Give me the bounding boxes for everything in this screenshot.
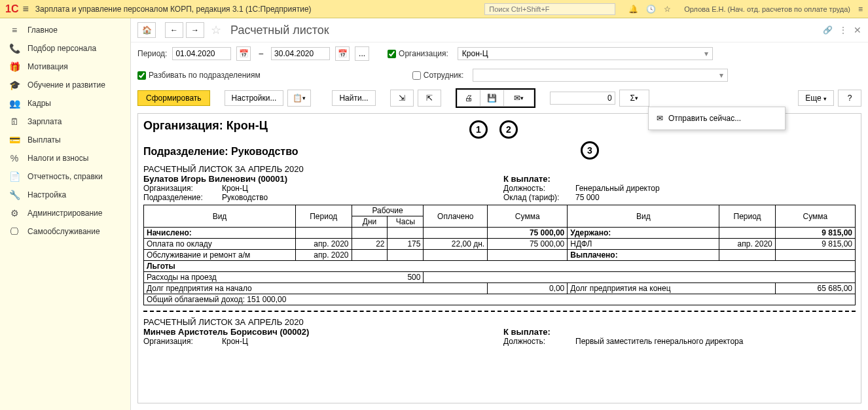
l-sal: Оклад (тариф): (503, 193, 575, 202)
report-area: 1 2 3 Организация: Крон-Ц Подразделение:… (137, 113, 861, 403)
toolbar: Сформировать Настройки... 📋▾ Найти... ⇲ … (131, 86, 868, 111)
employee-select[interactable]: ▾ (473, 69, 728, 82)
filters-row-2: Разбивать по подразделениям Сотрудник: ▾ (131, 65, 868, 86)
travel-label: Расходы на проезд (144, 272, 296, 283)
kebab-icon[interactable]: ⋮ (839, 26, 847, 35)
separator (143, 311, 856, 312)
l-org2: Организация: (143, 337, 222, 346)
th-period2: Период (719, 205, 775, 228)
sidebar-item-main[interactable]: ≡Главное (0, 21, 130, 39)
r1-vid: Оплата по окладу (144, 239, 296, 250)
slip2-title: РАСЧЕТНЫЙ ЛИСТОК ЗА АПРЕЛЬ 2020 (143, 317, 856, 327)
wallet-icon: 💳 (8, 135, 21, 145)
collapse-button[interactable]: ⇱ (418, 90, 441, 107)
date-from-input[interactable] (172, 47, 231, 60)
sidebar-item-education[interactable]: 🎓Обучение и развитие (0, 76, 130, 94)
paid-out-label: Выплачено: (568, 250, 719, 261)
send-now-item[interactable]: ✉ Отправить сейчас... (649, 110, 785, 127)
org-select[interactable]: Крон-Ц ▾ (458, 47, 713, 60)
find-button[interactable]: Найти... (332, 90, 375, 106)
sidebar-item-selfservice[interactable]: 🖵Самообслуживание (0, 222, 130, 241)
send-now-label: Отправить сейчас... (668, 114, 741, 123)
r2-period: апр. 2020 (296, 250, 352, 261)
withheld-label: Удержано: (568, 228, 719, 239)
link-icon[interactable]: 🔗 (823, 26, 833, 35)
annotation-1: 1 (469, 120, 488, 139)
sidebar-item-taxes[interactable]: %Налоги и взносы (0, 149, 130, 167)
sidebar-item-recruit[interactable]: 📞Подбор персонала (0, 39, 130, 58)
email-button[interactable]: ✉ ▾ (504, 90, 534, 107)
v-org: Крон-Ц (222, 184, 248, 193)
v-dept: Руководство (222, 193, 268, 202)
sidebar-item-payments[interactable]: 💳Выплаты (0, 131, 130, 149)
ndfl-sum: 9 815,00 (775, 239, 855, 250)
v-sal: 75 000 (575, 193, 600, 202)
sidebar-item-hr[interactable]: 👥Кадры (0, 94, 130, 112)
save-button[interactable]: 💾 (480, 90, 504, 107)
slip1-name: Булатов Игорь Виленович (00001) (143, 174, 503, 184)
l-pos2: Должность: (503, 337, 575, 346)
wrench-icon: 🔧 (8, 190, 21, 200)
sidebar-item-motivation[interactable]: 🎁Мотивация (0, 58, 130, 76)
sidebar-item-settings[interactable]: 🔧Настройка (0, 186, 130, 204)
menu-icon[interactable]: ≡ (22, 3, 28, 15)
people-icon: 👥 (8, 98, 21, 109)
employee-checkbox[interactable] (412, 71, 421, 80)
print-button[interactable]: 🖨 (457, 90, 480, 107)
bell-icon[interactable]: 🔔 (628, 5, 638, 14)
history-icon[interactable]: 🕓 (646, 5, 656, 14)
calendar-from-button[interactable]: 📅 (236, 46, 251, 61)
gear-icon: ⚙ (8, 208, 21, 218)
paste-button[interactable]: 📋▾ (287, 90, 311, 107)
user-info: Орлова Е.Н. (Нач. отд. расчетов по оплат… (684, 5, 850, 13)
document-icon: 📄 (8, 171, 21, 182)
screen-icon: 🖵 (8, 226, 21, 237)
slip2-name: Минчев Аристотель Борисович (00002) (143, 327, 503, 337)
expand-button[interactable]: ⇲ (390, 90, 414, 107)
to-pay-label2: К выплате: (503, 327, 743, 337)
global-search-input[interactable] (484, 3, 615, 15)
dash: – (259, 49, 263, 58)
period-ellipsis-button[interactable]: ... (355, 46, 369, 61)
ndfl-label: НДФЛ (568, 239, 719, 250)
sidebar-item-reports[interactable]: 📄Отчетность, справки (0, 167, 130, 186)
sidebar-label: Настройка (27, 190, 66, 199)
r1-days: 22 (352, 239, 388, 250)
back-button[interactable]: ← (165, 22, 183, 38)
sigma-button[interactable]: Σ ▾ (619, 90, 649, 107)
close-icon[interactable]: ✕ (854, 25, 861, 35)
sidebar-item-admin[interactable]: ⚙Администрирование (0, 204, 130, 222)
forward-button[interactable]: → (186, 22, 204, 38)
graduation-icon: 🎓 (8, 80, 21, 90)
period-label: Период: (137, 49, 167, 58)
date-to-input[interactable] (271, 47, 330, 60)
calendar-icon: 🗓 (8, 116, 21, 127)
l-dept: Подразделение: (143, 193, 222, 202)
favorite-star-icon[interactable]: ☆ (211, 23, 221, 37)
calendar-to-button[interactable]: 📅 (335, 46, 350, 61)
settings-button[interactable]: Настройки... (225, 90, 284, 106)
org-label: Организация: (399, 49, 448, 58)
form-button[interactable]: Сформировать (137, 90, 210, 106)
sidebar-label: Мотивация (27, 62, 68, 71)
app-title: Зарплата и управление персоналом КОРП, р… (35, 5, 312, 14)
menu-bars-icon[interactable]: ≡ (858, 5, 863, 14)
travel-val: 500 (352, 272, 424, 283)
star-icon[interactable]: ☆ (664, 5, 671, 14)
sidebar-label: Зарплата (27, 117, 62, 126)
th-vid2: Вид (568, 205, 719, 228)
sidebar-item-salary[interactable]: 🗓Зарплата (0, 112, 130, 131)
content-area: 🏠 ← → ☆ Расчетный листок 🔗 ⋮ ✕ Период: 📅… (131, 18, 868, 410)
number-input[interactable] (550, 92, 615, 105)
benefits-label: Льготы (144, 261, 856, 272)
debt-start-val: 0,00 (488, 283, 568, 294)
more-button[interactable]: Еще ▾ (798, 90, 834, 106)
split-checkbox[interactable] (137, 71, 146, 80)
org-checkbox[interactable] (388, 50, 396, 58)
slip1-title: РАСЧЕТНЫЙ ЛИСТОК ЗА АПРЕЛЬ 2020 (143, 164, 856, 174)
r1-sum: 75 000,00 (488, 239, 568, 250)
gift-icon: 🎁 (8, 61, 21, 72)
home-button[interactable]: 🏠 (137, 22, 156, 38)
l-pos: Должность: (503, 184, 575, 193)
help-button[interactable]: ? (838, 90, 861, 107)
